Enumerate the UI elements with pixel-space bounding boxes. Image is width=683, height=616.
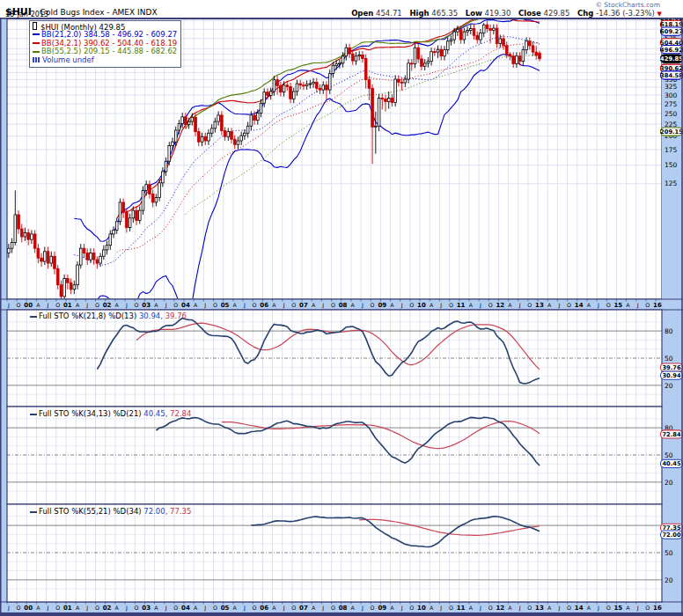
svg-text:300: 300 xyxy=(665,92,678,99)
svg-text:A: A xyxy=(36,302,40,308)
svg-text:O: O xyxy=(449,302,453,308)
high-value: 465.35 xyxy=(431,9,458,18)
svg-text:20: 20 xyxy=(665,576,673,584)
svg-text:16: 16 xyxy=(653,302,662,309)
svg-text:A: A xyxy=(587,605,591,611)
legend-row-volume: Volume undef xyxy=(33,56,177,65)
stoch-panel-1: 80502039.7630.94 xyxy=(7,310,683,407)
price-label: 384.58 xyxy=(660,71,683,79)
svg-text:J: J xyxy=(361,302,364,309)
panel1-d-value: 39.76 xyxy=(165,312,187,320)
svg-text:O: O xyxy=(95,302,99,308)
svg-text:A: A xyxy=(469,302,474,308)
svg-text:12: 12 xyxy=(496,302,504,309)
page-title: Gold Bugs Index - AMEX INDX xyxy=(40,8,158,17)
svg-text:J: J xyxy=(125,605,128,612)
svg-text:J: J xyxy=(7,302,10,309)
copyright-label: © StockCharts.com xyxy=(595,1,660,9)
svg-text:O: O xyxy=(331,605,335,611)
svg-text:06: 06 xyxy=(260,302,268,309)
svg-text:A: A xyxy=(547,605,552,611)
svg-text:A: A xyxy=(587,302,591,308)
stoch-panel-3: 502077.3572.00 xyxy=(7,504,683,602)
price-label: 209.15 xyxy=(660,128,683,136)
svg-text:A: A xyxy=(508,605,512,611)
price-label: 39.76 xyxy=(661,363,683,371)
svg-text:06: 06 xyxy=(260,605,268,612)
svg-text:O: O xyxy=(606,302,611,308)
svg-text:04: 04 xyxy=(181,605,190,612)
svg-text:J: J xyxy=(557,302,560,309)
line-sample-icon xyxy=(33,51,40,53)
svg-text:02: 02 xyxy=(103,605,112,612)
svg-text:O: O xyxy=(527,605,532,611)
line-sample-icon xyxy=(30,511,37,513)
svg-text:O: O xyxy=(488,302,493,308)
svg-text:J: J xyxy=(636,605,639,612)
candlestick-icon xyxy=(33,22,37,30)
chart-date: 18-Jan-2013 xyxy=(5,11,48,18)
svg-text:A: A xyxy=(312,605,316,611)
svg-text:A: A xyxy=(547,302,552,308)
svg-text:A: A xyxy=(312,302,316,308)
svg-text:J: J xyxy=(400,605,403,612)
svg-text:10: 10 xyxy=(417,605,426,612)
svg-text:A: A xyxy=(430,302,434,308)
volume-bars-icon xyxy=(33,57,40,62)
svg-text:J: J xyxy=(597,302,599,309)
quote-summary: Open 454.71 High 465.35 Low 419.30 Close… xyxy=(346,9,662,18)
svg-text:O: O xyxy=(253,302,257,308)
panel3-d-value: 77.35 xyxy=(170,507,191,516)
svg-text:O: O xyxy=(371,302,375,308)
svg-text:J: J xyxy=(7,605,10,612)
chg-value: -14.36 (-3.23%) xyxy=(596,9,655,18)
svg-text:496.92: 496.92 xyxy=(660,47,683,54)
down-arrow-icon: ▼ xyxy=(657,11,662,18)
svg-text:A: A xyxy=(390,302,394,308)
panel2-d-value: 72.84 xyxy=(170,409,191,418)
svg-text:05: 05 xyxy=(221,605,230,612)
svg-text:A: A xyxy=(272,605,276,611)
svg-text:11: 11 xyxy=(457,302,466,309)
svg-text:01: 01 xyxy=(63,605,72,612)
svg-text:03: 03 xyxy=(142,605,151,612)
svg-text:275: 275 xyxy=(665,100,678,108)
svg-text:A: A xyxy=(115,302,120,308)
svg-text:80: 80 xyxy=(665,327,673,335)
panel2-title: Full STO %K(34,13) %D(21) xyxy=(39,409,142,418)
open-label: Open xyxy=(351,9,373,18)
svg-text:J: J xyxy=(85,605,88,612)
close-label: Close xyxy=(518,9,541,18)
line-sample-icon xyxy=(33,33,40,35)
svg-text:A: A xyxy=(430,605,434,611)
svg-text:J: J xyxy=(479,302,481,309)
svg-text:609.27: 609.27 xyxy=(660,28,683,35)
svg-text:J: J xyxy=(203,605,206,612)
svg-text:J: J xyxy=(203,302,206,309)
svg-text:00: 00 xyxy=(24,302,33,309)
svg-text:J: J xyxy=(518,605,521,612)
price-label: 429.85 xyxy=(660,55,683,62)
svg-text:J: J xyxy=(47,302,49,309)
svg-text:O: O xyxy=(95,605,99,611)
low-value: 419.30 xyxy=(485,9,511,18)
svg-text:09: 09 xyxy=(378,605,386,612)
svg-text:250: 250 xyxy=(665,110,678,118)
panel3-k-value: 72.00, xyxy=(143,507,167,516)
svg-text:O: O xyxy=(173,302,178,308)
svg-text:40.45: 40.45 xyxy=(662,460,681,467)
svg-text:O: O xyxy=(645,302,650,308)
date-axis: JO00AJO01AJO02AJO03AJO04AJO05AJO06AJO07A… xyxy=(0,299,683,310)
svg-text:O: O xyxy=(606,605,611,611)
svg-text:J: J xyxy=(125,302,128,309)
svg-text:02: 02 xyxy=(103,302,112,309)
price-chart-svg: 5755254753503253002752502252001751501256… xyxy=(0,0,683,616)
line-sample-icon xyxy=(33,42,40,44)
svg-text:125: 125 xyxy=(665,180,678,187)
svg-text:O: O xyxy=(409,302,414,308)
svg-text:J: J xyxy=(243,605,246,612)
svg-text:O: O xyxy=(213,302,217,308)
svg-text:13: 13 xyxy=(535,302,544,309)
legend-bb21-text: BB(21,2.0) 384.58 - 496.92 - 609.27 xyxy=(41,30,177,39)
svg-text:J: J xyxy=(597,605,599,612)
